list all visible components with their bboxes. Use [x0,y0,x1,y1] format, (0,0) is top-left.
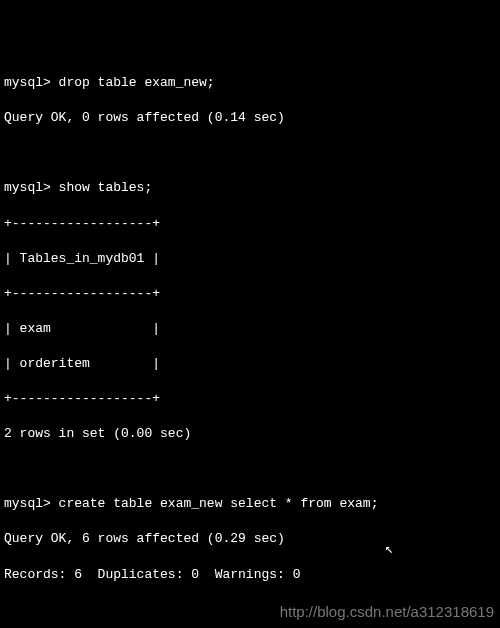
terminal-line: 2 rows in set (0.00 sec) [4,426,191,441]
watermark-text: http://blog.csdn.net/a312318619 [280,602,494,622]
terminal-line: mysql> show tables; [4,180,152,195]
terminal-line: mysql> create table exam_new select * fr… [4,496,378,511]
terminal-line: Query OK, 6 rows affected (0.29 sec) [4,531,285,546]
terminal-line: +------------------+ [4,216,160,231]
terminal-line: +------------------+ [4,391,160,406]
terminal-line: Records: 6 Duplicates: 0 Warnings: 0 [4,567,300,582]
terminal-line: | orderitem | [4,356,160,371]
terminal-line: +------------------+ [4,286,160,301]
terminal-line: Query OK, 0 rows affected (0.14 sec) [4,110,285,125]
mouse-cursor-icon: ↖ [385,540,393,559]
terminal-line: mysql> drop table exam_new; [4,75,215,90]
terminal-line: | Tables_in_mydb01 | [4,251,160,266]
terminal-line: | exam | [4,321,160,336]
